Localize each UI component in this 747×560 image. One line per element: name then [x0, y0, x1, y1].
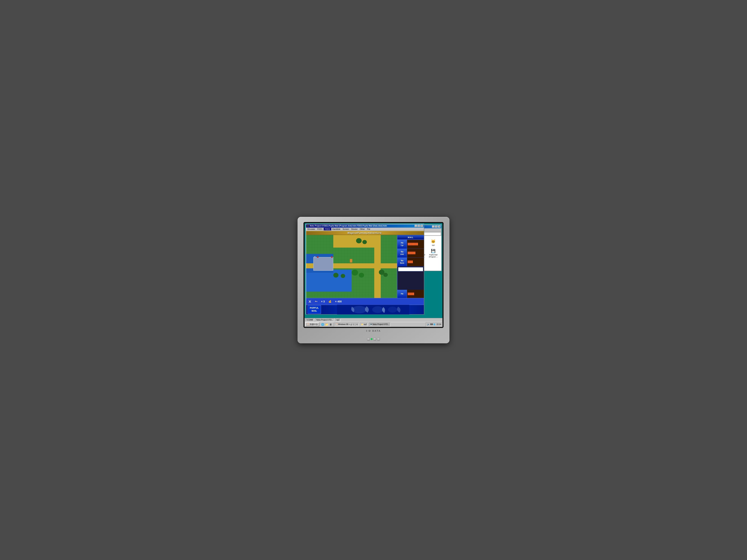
health-bars-he [408, 243, 418, 245]
minimize-button[interactable]: _ [415, 225, 417, 227]
game-area: MagicalFantasyAdventure. [306, 231, 424, 314]
pixel-map [306, 235, 397, 298]
tree-5 [333, 273, 338, 277]
screen: ⬛ Neko Project II FDD1:Popful Mail (Prog… [305, 223, 442, 327]
titlebar-buttons: _ □ × [415, 225, 423, 227]
tray-icon-1: 🔊 [427, 323, 430, 325]
panel-label-noitem: NoItem [397, 258, 407, 266]
quick-launch-explorer[interactable]: 📁 [325, 323, 329, 326]
game-title-bar: POPFUL MAIL [306, 304, 424, 314]
quick-launch: 🌐 📁 🖥 [320, 323, 334, 326]
windows-logo-icon: 🪟 [307, 323, 309, 325]
castle [313, 257, 333, 271]
clock: 22:24 [437, 323, 441, 325]
game-info-bar: ⚔ 🗝 × 3 💰 × 400 [306, 298, 424, 304]
file-popful-program-label: Popful Mail (Program ... [428, 254, 439, 258]
tree-4 [359, 273, 364, 277]
panel-label-he2: He [397, 290, 407, 298]
tree-6 [341, 274, 345, 278]
health-bars-noitem [408, 261, 413, 263]
taskbar-item-welcome[interactable]: 🪟 Windows 98 へようこそ [334, 323, 359, 326]
file-popful-program-icon: 💾 [431, 248, 436, 254]
game-decoration [323, 305, 424, 314]
monitor-power-led [371, 338, 372, 340]
fm-minimize-button[interactable]: _ [432, 225, 435, 228]
health-bars-nouse [408, 252, 415, 254]
panel-bars-noitem [407, 258, 424, 266]
panel-bars-he [407, 240, 424, 248]
svg-point-3 [388, 307, 397, 313]
tray-icon-3: 🌐 [433, 323, 435, 325]
side-panel: MAIL HeLp [397, 235, 424, 298]
fm-maximize-button[interactable]: □ [435, 225, 438, 228]
monitor-button-3[interactable] [377, 338, 380, 340]
player-character [350, 259, 352, 263]
svg-point-2 [372, 306, 383, 313]
game-title-box: POPFUL MAIL [308, 305, 321, 314]
coin-icon: 💰 [329, 300, 331, 303]
menu-pat[interactable]: Pat [366, 228, 371, 230]
key-count: × 3 [321, 300, 325, 303]
panel-item-he: HeLp [397, 240, 424, 249]
panel-text-box [398, 267, 423, 271]
desktop: ⬛ Neko Project II FDD1:Popful Mail (Prog… [305, 223, 442, 327]
panel-mp-section: He [397, 290, 424, 298]
file-np2-icon: 🐱 [431, 239, 436, 244]
menu-device[interactable]: Device [350, 228, 359, 230]
panel-item-nouse: Nouse [397, 249, 424, 258]
taskbar-item-neko[interactable]: 💻 Neko Project II FD... [369, 323, 390, 326]
map-water [306, 270, 352, 292]
menu-other[interactable]: Other [359, 228, 366, 230]
key-icon: 🗝 [315, 300, 317, 303]
monitor-button-2[interactable] [374, 338, 376, 340]
file-np2[interactable]: 🐱 np2 [428, 238, 439, 247]
game-screen: MAIL HeLp [306, 235, 424, 298]
quick-launch-desktop[interactable]: 🖥 [329, 323, 333, 326]
panel-header: MAIL [397, 235, 424, 240]
neko-icon: 💻 [370, 323, 372, 325]
panel-empty [397, 266, 424, 290]
emulator-titlebar: ⬛ Neko Project II FDD1:Popful Mail (Prog… [306, 224, 424, 228]
tree-2 [362, 240, 367, 244]
monitor: ⬛ Neko Project II FDD1:Popful Mail (Prog… [298, 217, 449, 343]
status-bar: 9.32MB Neko Project II FD... np2 [305, 318, 442, 322]
panel-label-nouse: Nouse [397, 249, 407, 258]
fm-close-button[interactable]: × [438, 225, 441, 228]
screen-bezel: ⬛ Neko Project II FDD1:Popful Mail (Prog… [304, 222, 443, 328]
status-size: 9.32MB [305, 318, 314, 321]
taskbar: 🪟 スタート 🌐 📁 🖥 🪟 Windows 98 へようこそ [305, 322, 442, 327]
menu-fdd1[interactable]: FDD1 [316, 228, 324, 230]
emulator-window: ⬛ Neko Project II FDD1:Popful Mail (Prog… [306, 224, 424, 315]
panel-bars-nouse [407, 249, 424, 258]
welcome-icon: 🪟 [336, 323, 338, 325]
quick-launch-ie[interactable]: 🌐 [321, 323, 325, 326]
coin-count: × 400 [335, 300, 342, 303]
start-button[interactable]: 🪟 スタート [305, 322, 319, 326]
tray-icon-2: ⌨ [430, 323, 433, 325]
maximize-button[interactable]: □ [418, 225, 420, 227]
menu-fdd2[interactable]: FDD2 [324, 228, 331, 230]
monitor-brand: I·O DATA [304, 329, 443, 332]
file-np2-label: np2 [432, 244, 435, 246]
taskbar-items: 🪟 Windows 98 へようこそ 📁 np2 💻 Neko Project … [334, 323, 426, 326]
monitor-controls [367, 338, 380, 340]
tree-1 [356, 238, 362, 243]
status-np2: np2 [335, 318, 341, 321]
tree-3 [352, 270, 358, 275]
status-task: Neko Project II FD... [315, 318, 334, 321]
panel-bars-he2 [407, 290, 424, 298]
system-tray: 🔊 ⌨ 🌐 22:24 [426, 322, 442, 326]
emulator-title: Neko Project II FDD1:Popful Mail (Progra… [310, 225, 415, 227]
taskbar-item-np2[interactable]: 📁 np2 [360, 323, 368, 326]
game-map [306, 235, 397, 298]
menu-screen[interactable]: Screen [341, 228, 350, 230]
emulator-menubar: Emulate FDD1 FDD2 Harddisk Screen Device… [306, 228, 424, 231]
menu-harddisk[interactable]: Harddisk [331, 228, 341, 230]
game-title-strip: MagicalFantasyAdventure. [306, 231, 424, 235]
close-button[interactable]: × [420, 225, 423, 227]
menu-emulate[interactable]: Emulate [306, 228, 316, 230]
np2-icon: 📁 [361, 323, 363, 325]
file-popful-program[interactable]: 💾 Popful Mail (Program ... [428, 247, 439, 259]
health-bars-he2 [408, 293, 414, 295]
monitor-button-1[interactable] [367, 338, 370, 340]
